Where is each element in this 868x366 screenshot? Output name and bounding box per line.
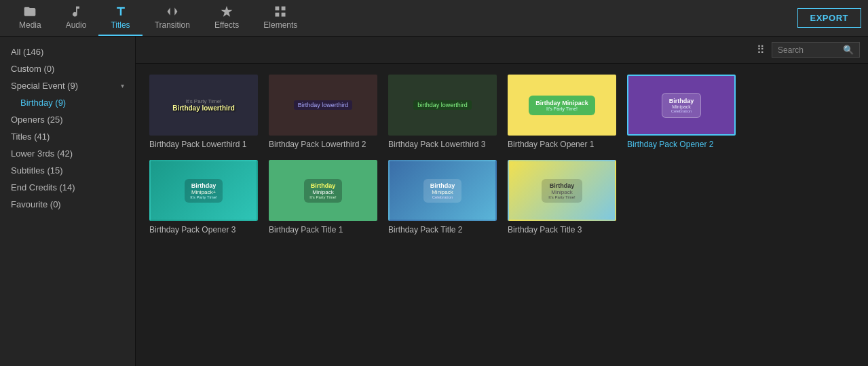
grid-area: It's Party Time! Birthday lowerthird Bir… [136,64,868,366]
sidebar-item-subtitles[interactable]: Subtitles (15) [0,162,135,179]
thumbnail-bplt2: Birthday lowerthird [269,75,377,136]
thumbnail-bpo1: Birthday Minipack It's Party Time! [508,75,616,136]
search-input[interactable] [778,45,839,55]
sidebar-item-custom[interactable]: Custom (0) [0,60,135,77]
grid-item-bplt1[interactable]: It's Party Time! Birthday lowerthird Bir… [149,75,258,149]
content-topbar: ⠿ 🔍 [136,37,868,64]
toolbar-transition[interactable]: Transition [143,0,202,36]
toolbar-elements[interactable]: Elements [251,0,309,36]
svg-rect-1 [282,7,286,11]
thumbnail-bpo2: Birthday Minipack Celebration [627,75,736,136]
svg-rect-0 [276,7,280,11]
sidebar-item-endcredits[interactable]: End Credits (14) [0,179,135,196]
toolbar: Media Audio Titles Transition Effects El… [0,0,868,37]
sidebar-item-openers[interactable]: Openers (25) [0,111,135,128]
grid-item-bpt3[interactable]: Birthday Minipack It's Party Time! Birth… [508,160,616,235]
item-label-bplt1: Birthday Pack Lowerthird 1 [149,140,246,149]
svg-rect-3 [282,13,286,17]
toolbar-effects[interactable]: Effects [202,0,251,36]
chevron-down-icon[interactable]: ▾ [121,82,124,89]
thumbnail-bpt2: Birthday Minipack Celebration [388,160,497,221]
main-layout: All (146) Custom (0) Special Event (9) ▾… [0,37,868,366]
thumbnail-bplt3: birthday lowerthird [388,75,497,136]
sidebar-item-titles[interactable]: Titles (41) [0,128,135,145]
toolbar-audio[interactable]: Audio [54,0,99,36]
search-bar: 🔍 [772,42,860,58]
export-button[interactable]: EXPORT [797,8,861,28]
item-label-bplt2: Birthday Pack Lowerthird 2 [269,140,366,149]
grid-item-bplt3[interactable]: birthday lowerthird Birthday Pack Lowert… [388,75,497,149]
toolbar-media[interactable]: Media [7,0,54,36]
item-grid: It's Party Time! Birthday lowerthird Bir… [149,75,854,235]
item-label-bplt3: Birthday Pack Lowerthird 3 [388,140,485,149]
grid-item-bplt2[interactable]: Birthday lowerthird Birthday Pack Lowert… [269,75,377,149]
thumbnail-bpt1: Birthday Minipack It's Party Time! [269,160,377,221]
grid-item-bpo2[interactable]: Birthday Minipack Celebration Birthday P… [627,75,736,149]
grid-item-bpt1[interactable]: Birthday Minipack It's Party Time! Birth… [269,160,377,235]
thumbnail-bpo3: Birthday Minipack+ It's Party Time! [149,160,258,221]
sidebar-item-birthday[interactable]: Birthday (9) [0,94,135,111]
sidebar-item-special-event[interactable]: Special Event (9) ▾ [0,77,135,94]
item-label-bpt2: Birthday Pack Title 2 [388,225,462,235]
sidebar-item-lower3rds[interactable]: Lower 3rds (42) [0,145,135,162]
grid-view-icon[interactable]: ⠿ [757,43,765,56]
item-label-bpt1: Birthday Pack Title 1 [269,225,343,235]
thumbnail-bpt3: Birthday Minipack It's Party Time! [508,160,616,221]
content-area: ⠿ 🔍 It's Party Time! Birthday lowerthird [136,37,868,366]
sidebar-item-favourite[interactable]: Favourite (0) [0,196,135,213]
grid-item-bpo1[interactable]: Birthday Minipack It's Party Time! Birth… [508,75,616,149]
svg-rect-2 [276,13,280,17]
grid-item-bpo3[interactable]: Birthday Minipack+ It's Party Time! Birt… [149,160,258,235]
thumbnail-bplt1: It's Party Time! Birthday lowerthird [149,75,258,136]
toolbar-titles[interactable]: Titles [98,0,142,36]
item-label-bpo3: Birthday Pack Opener 3 [149,225,235,235]
sidebar: All (146) Custom (0) Special Event (9) ▾… [0,37,136,366]
item-label-bpt3: Birthday Pack Title 3 [508,225,582,235]
sidebar-item-all[interactable]: All (146) [0,43,135,60]
search-icon: 🔍 [843,45,854,55]
item-label-bpo1: Birthday Pack Opener 1 [508,140,594,149]
grid-item-bpt2[interactable]: Birthday Minipack Celebration Birthday P… [388,160,497,235]
item-label-bpo2: Birthday Pack Opener 2 [627,140,713,149]
